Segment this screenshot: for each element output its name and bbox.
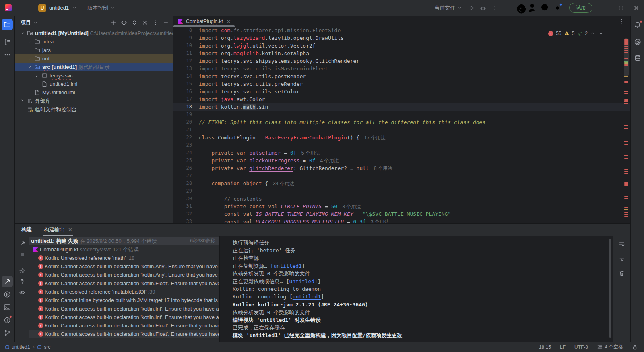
- build-tree-item[interactable]: !Kotlin: Cannot access built-in declarat…: [29, 321, 219, 330]
- console-scrollbar-thumb[interactable]: [609, 239, 611, 338]
- search-icon[interactable]: [539, 2, 551, 14]
- build-tree-item[interactable]: !Kotlin: Cannot access built-in declarat…: [29, 271, 219, 279]
- project-tree-item[interactable]: untitled1.iml: [15, 80, 173, 88]
- error-stripe-mark[interactable]: [624, 43, 628, 45]
- expand-all-icon[interactable]: [130, 18, 139, 27]
- build-tree-item[interactable]: !Kotlin: Unresolved reference 'mutableLi…: [29, 288, 219, 296]
- debug-icon[interactable]: [477, 2, 489, 14]
- project-tree-item[interactable]: jars: [15, 46, 173, 54]
- tree-chevron-icon[interactable]: [33, 73, 40, 78]
- project-tree-item[interactable]: .idea: [15, 37, 173, 46]
- error-stripe-mark[interactable]: [624, 155, 628, 156]
- build-tree-item[interactable]: !Kotlin: Cannot access built-in declarat…: [29, 279, 219, 288]
- build-tree-item[interactable]: !Kotlin: Cannot inline bytecode built wi…: [29, 296, 219, 304]
- project-tree-item[interactable]: out: [15, 54, 173, 63]
- error-stripe-mark[interactable]: [624, 158, 628, 159]
- line-separator[interactable]: LF: [560, 344, 566, 350]
- build-tree-item[interactable]: untitled1: 构建 失败 在 2025/9/2 00:50，5,994 …: [29, 237, 219, 245]
- tree-chevron-icon[interactable]: [19, 31, 26, 35]
- usages-inlay-hint[interactable]: 3 个用法: [342, 203, 361, 211]
- error-stripe-mark[interactable]: [624, 196, 628, 197]
- notifications-icon[interactable]: [632, 19, 643, 31]
- error-stripe-mark[interactable]: [624, 41, 628, 43]
- prev-problem-icon[interactable]: [590, 31, 596, 36]
- commit-tool-icon[interactable]: [2, 36, 13, 48]
- console-link[interactable]: untitled1: [289, 278, 317, 284]
- error-stripe-mark[interactable]: [624, 214, 628, 215]
- run-tool-icon[interactable]: [2, 289, 13, 300]
- error-stripe-mark[interactable]: [624, 48, 628, 49]
- error-stripe-mark[interactable]: [624, 169, 628, 170]
- maximize-icon[interactable]: [613, 0, 629, 16]
- usages-inlay-hint[interactable]: 3 个用法: [371, 218, 389, 223]
- project-tree-item[interactable]: 临时文件和控制台: [15, 105, 173, 114]
- inspections-widget[interactable]: ! 55 5 2: [548, 31, 604, 36]
- more-actions-icon[interactable]: [489, 2, 500, 14]
- build-output-tab[interactable]: 构建输出 ✕: [43, 224, 73, 236]
- run-config-selector[interactable]: 当前文件: [434, 4, 462, 12]
- vcs-widget[interactable]: 版本控制: [87, 4, 115, 12]
- stop-icon[interactable]: [17, 250, 27, 259]
- console-link[interactable]: untitled1: [273, 263, 301, 269]
- error-stripe-mark[interactable]: [624, 103, 628, 104]
- error-stripe-mark[interactable]: [624, 207, 628, 208]
- usages-inlay-hint[interactable]: 8 个用法: [374, 165, 392, 172]
- file-encoding[interactable]: UTF-8: [574, 344, 588, 350]
- ai-assistant-icon[interactable]: [632, 36, 643, 47]
- error-stripe-mark[interactable]: [624, 141, 628, 142]
- error-stripe-mark[interactable]: [624, 64, 628, 66]
- error-stripe-mark[interactable]: [624, 216, 628, 217]
- ai-assistant-icon[interactable]: [515, 2, 527, 14]
- database-icon[interactable]: [632, 52, 643, 64]
- project-tree-item[interactable]: MyUntitled.iml: [15, 88, 173, 97]
- tree-chevron-icon[interactable]: [26, 56, 33, 61]
- error-stripe-mark[interactable]: [624, 39, 628, 41]
- usages-inlay-hint[interactable]: 34 个用法: [273, 180, 294, 188]
- minimize-icon[interactable]: [598, 0, 613, 16]
- project-tree-item[interactable]: tecrys.svc: [15, 71, 173, 80]
- error-stripe-mark[interactable]: [624, 50, 628, 51]
- error-stripe-mark[interactable]: [624, 125, 628, 126]
- main-menu-button[interactable]: [17, 2, 29, 14]
- more-tools-icon[interactable]: [2, 49, 13, 60]
- breadcrumb[interactable]: untitled1: [5, 344, 30, 350]
- project-tree-item[interactable]: 外部库: [15, 97, 173, 105]
- error-stripe-mark[interactable]: [624, 76, 628, 77]
- indent-setting[interactable]: 4 个空格: [597, 344, 623, 350]
- usages-inlay-hint[interactable]: 17 个用法: [364, 134, 386, 142]
- more-vertical-icon[interactable]: [151, 18, 160, 27]
- error-stripe-mark[interactable]: [624, 93, 628, 94]
- scroll-to-end-icon[interactable]: [617, 254, 627, 264]
- error-stripe-mark[interactable]: [624, 128, 628, 129]
- rerun-build-icon[interactable]: [17, 239, 27, 248]
- add-user-icon[interactable]: [527, 2, 539, 14]
- code-area[interactable]: 8import com.fs.starfarer.api.mission.Fle…: [173, 27, 630, 223]
- preview-icon[interactable]: [17, 288, 27, 297]
- problems-tool-icon[interactable]: [2, 315, 13, 326]
- lock-open-icon[interactable]: [632, 344, 638, 350]
- error-stripe-mark[interactable]: [624, 198, 628, 199]
- build-tree-item[interactable]: CombatPlugin.kt src\tecrys\svc 121 个错误: [29, 245, 219, 254]
- usages-inlay-hint[interactable]: 4 个用法: [320, 157, 339, 165]
- project-tree-item[interactable]: src [untitled1] 源代码根目录: [15, 63, 173, 71]
- settings-icon[interactable]: [551, 2, 564, 14]
- run-icon[interactable]: [466, 2, 477, 14]
- build-tree-item[interactable]: !Kotlin: Cannot access built-in declarat…: [29, 313, 219, 321]
- project-tree-item[interactable]: untitled1 [MyUntitled] C:\Users\admin\Id…: [15, 29, 173, 37]
- error-stripe-mark[interactable]: [624, 61, 628, 62]
- error-stripe-mark[interactable]: [624, 171, 628, 172]
- project-widget[interactable]: U untitled1: [38, 4, 77, 12]
- error-stripe-mark[interactable]: [624, 212, 628, 213]
- error-stripe-mark[interactable]: [624, 46, 628, 47]
- error-stripe-mark[interactable]: [624, 81, 628, 83]
- add-icon[interactable]: [109, 18, 118, 27]
- project-tool-icon[interactable]: [2, 19, 13, 30]
- build-console[interactable]: 执行预编译任务…正在运行 'before' 任务正在检查源正在复制资源… [un…: [220, 236, 613, 342]
- clear-icon[interactable]: [617, 269, 627, 278]
- build-tool-icon[interactable]: [2, 276, 13, 287]
- build-tree-item[interactable]: !Kotlin: Cannot access built-in declarat…: [29, 304, 219, 313]
- pin-icon[interactable]: [17, 277, 27, 286]
- error-stripe-mark[interactable]: [624, 173, 628, 174]
- soft-wrap-icon[interactable]: [617, 240, 627, 249]
- next-problem-icon[interactable]: [598, 31, 604, 36]
